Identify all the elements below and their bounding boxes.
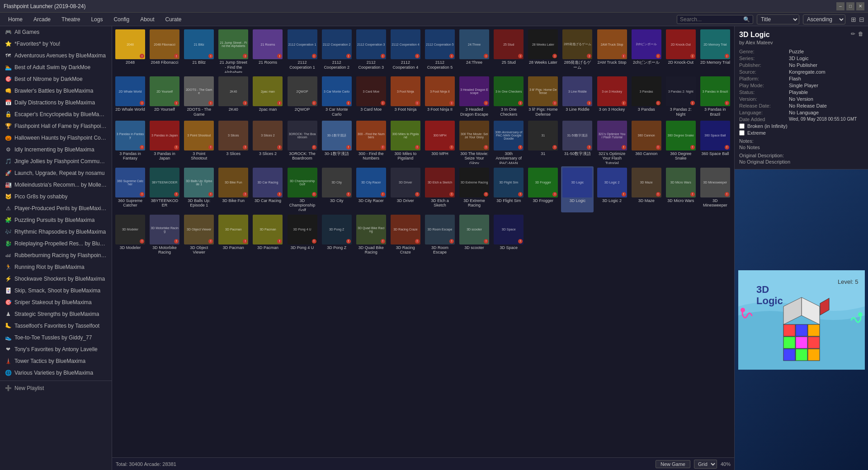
- sidebar-item-various[interactable]: 🌐Various Varieties by BlueMaxima: [0, 367, 112, 379]
- sidebar-item-nitrome[interactable]: 🎯Best of Nitrome by DarkMoe: [0, 73, 112, 85]
- edit-icon[interactable]: ✏: [851, 31, 855, 37]
- sidebar-item-escapers[interactable]: 🔓Escaper's Encyclopedia by BlueMaxima: [0, 108, 112, 120]
- game-tile[interactable]: 360 Supreme Catcher!360 Supreme Catcher: [114, 166, 146, 212]
- game-tile[interactable]: 2048!2048: [114, 28, 146, 74]
- game-tile[interactable]: 360 Space Ball!360 Space Ball: [699, 119, 731, 165]
- game-tile[interactable]: 3 on 3 Hockey!3 on 3 Hockey: [596, 75, 628, 118]
- game-tile[interactable]: 2112 Cooperation 4!2112 Cooperation 4: [389, 28, 422, 74]
- menu-theatre[interactable]: Theatre: [57, 14, 85, 24]
- game-tile[interactable]: 3 lil' Pigs: Home Defense!3 lil' Pigs: H…: [527, 75, 559, 118]
- game-tile[interactable]: 3 Foot Ninja!3 Foot Ninja: [389, 75, 422, 118]
- game-tile[interactable]: 3 Pandas in Japan!3 Pandas in Japan: [148, 119, 181, 165]
- view-select[interactable]: Grid List: [694, 460, 717, 469]
- game-tile[interactable]: 3D Logic3D Logic: [561, 166, 594, 212]
- game-tile[interactable]: 3D Micro Wars!3D Micro Wars: [665, 166, 697, 212]
- sidebar-item-skip[interactable]: 🃏Skip, Smack, Shoot by BlueMaxima: [0, 285, 112, 296]
- game-tile[interactable]: 2D Knock-Out!2D Knock-Out: [665, 28, 697, 74]
- sidebar-item-player[interactable]: ⚠Player-Produced Perils by BlueMaxima: [0, 202, 112, 214]
- game-tile[interactable]: 3D Flight Sim!3D Flight Sim: [492, 166, 525, 212]
- sidebar-item-launch[interactable]: 🚀Launch, Upgrade, Repeat by nosamu: [0, 167, 112, 179]
- game-tile[interactable]: 321's Optimize Your Flash Tutorial!321's…: [596, 119, 628, 165]
- game-tile[interactable]: 2pac man!2pac man: [251, 75, 284, 118]
- game-tile[interactable]: 3D Logic 2!3D Logic 2: [596, 166, 628, 212]
- game-tile[interactable]: 2chビンポール!2chビンポール: [630, 28, 663, 74]
- game-grid-container[interactable]: 2048!20482048 Fibonacci!2048 Fibonacci21…: [112, 26, 734, 457]
- sidebar-item-adult-swim[interactable]: 🏊Best of Adult Swim by DarkMoe: [0, 61, 112, 73]
- sidebar-item-tasselfoot[interactable]: 🦶Tasselfoot's Favorites by Tasselfoot: [0, 320, 112, 332]
- game-tile[interactable]: 30-1数字漢語!30-1数字漢語: [321, 119, 353, 165]
- sidebar-item-brawlers[interactable]: 👊Brawler's Battles by BlueMaxima: [0, 85, 112, 97]
- game-tile[interactable]: 3D Extreme Racing!3D Extreme Racing: [458, 166, 491, 212]
- game-tile[interactable]: 2QWOP!2QWOP: [286, 75, 319, 118]
- game-tile[interactable]: 3D Frogger!3D Frogger: [527, 166, 559, 212]
- sidebar-item-rubberburning[interactable]: 🏎Rubberburning Racing by Flashpoint Staf…: [0, 249, 112, 261]
- game-tile[interactable]: 3 Card Moe!3 Card Moe: [355, 75, 387, 118]
- game-tile[interactable]: 3D Motorbike Racing!3D Motorbike Racing: [148, 213, 181, 257]
- new-playlist-button[interactable]: ➕ New Playlist: [0, 381, 112, 394]
- game-tile[interactable]: 3 In One Checkers!3 In One Checkers: [492, 75, 525, 118]
- game-tile[interactable]: 3 Pandas!3 Pandas: [630, 75, 663, 118]
- game-tile[interactable]: 21 Blitz!21 Blitz: [183, 28, 215, 74]
- menu-arcade[interactable]: Arcade: [29, 14, 55, 24]
- game-tile[interactable]: 3 Point Shootout!3 Point Shootout: [183, 119, 215, 165]
- game-tile[interactable]: 21 Rooms!21 Rooms: [251, 28, 284, 74]
- sidebar-item-all-games[interactable]: 🎮All Games: [0, 26, 112, 38]
- sidebar-item-puzzling[interactable]: 🧩Puzzling Pursuits by BlueMaxima: [0, 214, 112, 226]
- sidebar-item-jingle[interactable]: 🎵Jingle Jollies by Flashpoint Community: [0, 155, 112, 167]
- menu-about[interactable]: About: [136, 14, 159, 24]
- game-tile[interactable]: 2112 Cooperation 2!2112 Cooperation 2: [321, 28, 353, 74]
- delete-icon[interactable]: 🗑: [858, 31, 863, 37]
- game-tile[interactable]: 3D Quad Bike Racing!3D Quad Bike Racing: [355, 213, 387, 257]
- minimize-button[interactable]: –: [836, 2, 844, 10]
- game-tile[interactable]: 3D Modeler!3D Modeler: [114, 213, 146, 257]
- sidebar-item-tower[interactable]: 🗼Tower Tactics by BlueMaxima: [0, 355, 112, 367]
- game-tile[interactable]: 285発進げるゲーム!285発進げるゲーム: [561, 28, 594, 74]
- extreme-checkbox[interactable]: [739, 130, 745, 136]
- menu-config[interactable]: Config: [109, 14, 134, 24]
- new-game-button[interactable]: New Game: [656, 460, 690, 468]
- sort-direction-select[interactable]: Ascending Descending: [803, 14, 845, 24]
- sidebar-item-adventurous[interactable]: 🗺Adventurous Avenues by BlueMaxima: [0, 50, 112, 61]
- game-tile[interactable]: 2AM Truck Stop!2AM Truck Stop: [596, 28, 628, 74]
- game-tile[interactable]: 3D Minesweeper!3D Minesweeper: [699, 166, 731, 212]
- game-tile[interactable]: 2D Yourself!2D Yourself: [148, 75, 181, 118]
- game-tile[interactable]: 3 Pandas in Fantasy!3 Pandas in Fantasy: [114, 119, 146, 165]
- game-tile[interactable]: 300 - Find the Numbers!300 - Find the Nu…: [355, 119, 387, 165]
- game-tile[interactable]: 2D Whale World!2D Whale World: [114, 75, 146, 118]
- sidebar-item-halloween[interactable]: 🎃Halloween Haunts by Flashpoint Communit…: [0, 132, 112, 144]
- game-tile[interactable]: 300 MPH!300 MPH: [424, 119, 456, 165]
- search-input[interactable]: [680, 16, 743, 23]
- game-tile[interactable]: 3D City Racer!3D City Racer: [355, 166, 387, 212]
- game-tile[interactable]: 2DOTS - The Game!2DOTS - The Game: [183, 75, 215, 118]
- sidebar-item-molle[interactable]: 🏭Molleindustria's Recomm... by Molleind.…: [0, 179, 112, 191]
- game-tile[interactable]: 3D Pacman!3D Pacman: [217, 213, 250, 257]
- game-tile[interactable]: 3 Line Riddle!3 Line Riddle: [561, 75, 594, 118]
- sidebar-item-toe[interactable]: 👟Toe-to-Toe Tussles by Giddy_77: [0, 332, 112, 343]
- game-tile[interactable]: 3D Car Racing!3D Car Racing: [251, 166, 284, 212]
- sidebar-item-favorites[interactable]: ⭐*Favorites* by You!: [0, 38, 112, 50]
- sidebar-item-running[interactable]: 🏃Running Riot by BlueMaxima: [0, 261, 112, 273]
- game-tile[interactable]: 2D Memory Trial!2D Memory Trial: [699, 28, 731, 74]
- game-tile[interactable]: 3D Object Viewer!3D Object Viewer: [183, 213, 215, 257]
- game-tile[interactable]: 3D Etch a Sketch!3D Etch a Sketch: [424, 166, 456, 212]
- game-tile[interactable]: 3D Pong Z!3D Pong Z: [321, 213, 353, 257]
- game-tile[interactable]: 3D Racing Craze!3D Racing Craze: [389, 213, 422, 257]
- game-tile[interactable]: 3 Foot Ninja II!3 Foot Ninja II: [424, 75, 456, 118]
- maximize-button[interactable]: □: [846, 2, 854, 10]
- game-tile[interactable]: 3 Pandas in Brazil!3 Pandas in Brazil: [699, 75, 731, 118]
- sidebar-item-strategic[interactable]: ♟Strategic Strengths by BlueMaxima: [0, 308, 112, 320]
- game-tile[interactable]: 360 Degree Snake!360 Degree Snake: [665, 119, 697, 165]
- sidebar-item-idly[interactable]: ⚙Idly Incrementing by BlueMaxima: [0, 144, 112, 155]
- game-tile[interactable]: 3D Room Escape!3D Room Escape: [424, 213, 456, 257]
- game-tile[interactable]: 3 Headed Dragon Escape!3 Headed Dragon E…: [458, 75, 491, 118]
- sidebar-item-daily[interactable]: 📅Daily Distractions by BlueMaxima: [0, 97, 112, 108]
- game-tile[interactable]: 300 The Movie: Seize Your Glory!300 The …: [458, 119, 491, 165]
- close-button[interactable]: ✕: [856, 2, 864, 10]
- sidebar-item-roleplaying[interactable]: 🐉Roleplaying-Propelled Res... by BlueMax…: [0, 238, 112, 249]
- game-tile[interactable]: 2112 Cooperation 5!2112 Cooperation 5: [424, 28, 456, 74]
- toolbar-icon-2[interactable]: ⊟: [859, 16, 864, 23]
- game-tile[interactable]: 2112 Cooperation 3!2112 Cooperation 3: [355, 28, 387, 74]
- game-tile[interactable]: 3D scooter!3D scooter: [458, 213, 491, 257]
- toolbar-icon-1[interactable]: ⊞: [851, 16, 856, 23]
- game-tile[interactable]: 3BYTEENKODER!3BYTEENKODER: [148, 166, 181, 212]
